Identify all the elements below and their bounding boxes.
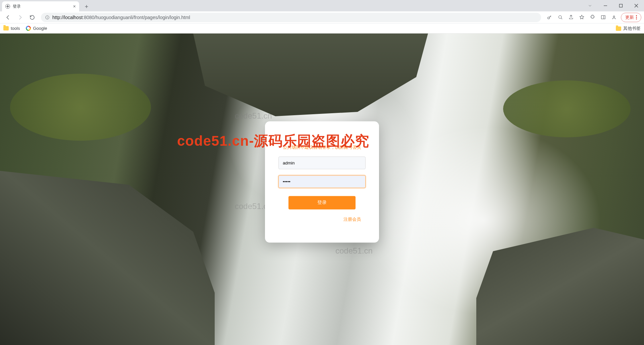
tab-title: 登录 xyxy=(13,4,70,9)
omnibox[interactable]: http://localhost:8080/huoguodianguanli/f… xyxy=(41,13,541,22)
update-label: 更新 xyxy=(625,14,634,20)
back-button[interactable] xyxy=(3,12,13,23)
bookmark-tools[interactable]: tools xyxy=(3,26,20,31)
password-input[interactable] xyxy=(278,175,366,188)
info-icon xyxy=(45,15,50,20)
share-icon[interactable] xyxy=(566,12,576,22)
new-tab-button[interactable]: + xyxy=(82,2,91,11)
svg-rect-0 xyxy=(620,4,623,7)
login-button[interactable]: 登录 xyxy=(288,196,356,209)
update-button[interactable]: 更新 xyxy=(621,13,641,22)
page-viewport: code51.cn code51.cn code51.cn code51.cn … xyxy=(0,33,644,345)
browser-tab[interactable]: 登录 × xyxy=(2,1,79,11)
toolbar-right: 更新 xyxy=(544,12,641,22)
svg-point-4 xyxy=(547,17,549,19)
tab-strip: 登录 × + xyxy=(0,0,644,11)
zoom-icon[interactable] xyxy=(555,12,565,22)
bookmarks-bar: tools Google 其他书签 xyxy=(0,23,644,33)
bookmark-google[interactable]: Google xyxy=(26,26,47,31)
forward-button[interactable] xyxy=(15,12,25,23)
svg-point-7 xyxy=(613,16,614,17)
reload-button[interactable] xyxy=(27,12,38,23)
password-key-icon[interactable] xyxy=(544,12,554,22)
register-link[interactable]: 注册会员 xyxy=(343,217,361,222)
kebab-menu-icon xyxy=(636,15,637,19)
window-controls xyxy=(582,0,644,11)
browser-window: 登录 × + http://localhost:8080/huoguodiang… xyxy=(0,0,644,345)
login-card: 公共场所不建议自动登录，以防账号丢失 登录 注册会员 xyxy=(265,121,379,243)
svg-point-5 xyxy=(558,16,561,19)
minimize-button[interactable] xyxy=(598,0,613,11)
svg-point-2 xyxy=(47,16,47,17)
maximize-button[interactable] xyxy=(613,0,629,11)
bookmark-label: Google xyxy=(33,26,47,31)
bookmark-label: 其他书签 xyxy=(623,25,641,31)
warning-text: 公共场所不建议自动登录，以防账号丢失 xyxy=(283,145,361,150)
bookmark-other[interactable]: 其他书签 xyxy=(616,25,641,31)
folder-icon xyxy=(3,26,9,30)
bookmark-star-icon[interactable] xyxy=(577,12,587,22)
url-text: http://localhost:8080/huoguodianguanli/f… xyxy=(52,15,537,20)
username-input[interactable] xyxy=(278,156,366,169)
close-tab-icon[interactable]: × xyxy=(73,4,76,9)
extensions-icon[interactable] xyxy=(587,12,597,22)
side-panel-icon[interactable] xyxy=(598,12,608,22)
folder-icon xyxy=(616,26,621,31)
globe-icon xyxy=(5,4,10,9)
svg-rect-6 xyxy=(601,16,605,19)
svg-rect-3 xyxy=(47,17,48,18)
tab-search-button[interactable] xyxy=(582,0,598,11)
address-bar: http://localhost:8080/huoguodianguanli/f… xyxy=(0,11,644,23)
profile-avatar-icon[interactable] xyxy=(609,12,619,22)
close-window-button[interactable] xyxy=(629,0,644,11)
bookmark-label: tools xyxy=(11,26,20,31)
google-icon xyxy=(26,26,31,31)
